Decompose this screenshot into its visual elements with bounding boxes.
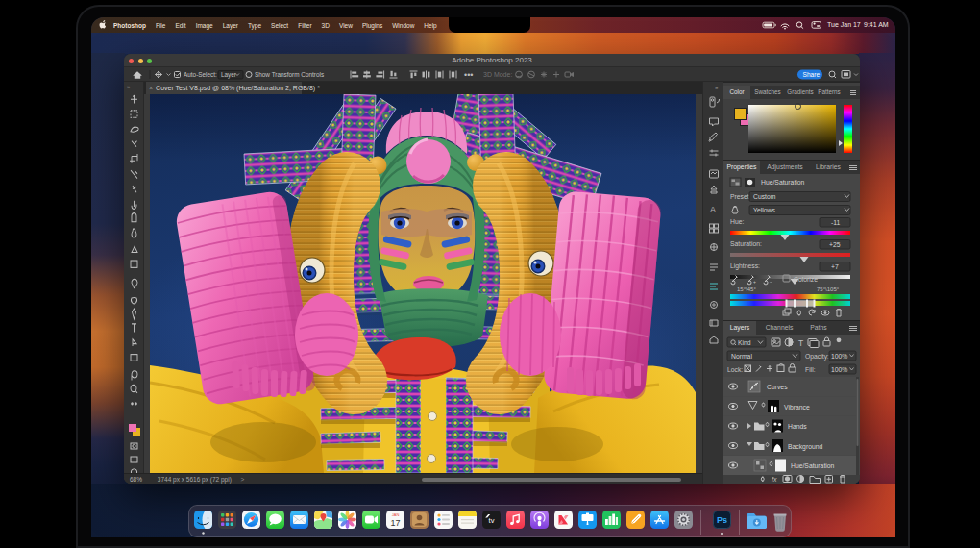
- svg-text:Lightness:: Lightness:: [730, 262, 760, 270]
- svg-text:»: »: [715, 85, 719, 90]
- svg-text:Normal: Normal: [731, 353, 752, 360]
- svg-text:Hue/Saturation: Hue/Saturation: [761, 179, 805, 186]
- svg-text:A: A: [710, 205, 716, 214]
- svg-text:JAN: JAN: [392, 512, 400, 517]
- svg-text:Fill:: Fill:: [805, 366, 816, 373]
- svg-text:15°\45°: 15°\45°: [737, 286, 756, 292]
- svg-text:Preset:: Preset:: [730, 193, 751, 200]
- svg-text:Curves: Curves: [767, 384, 788, 390]
- svg-text:Hands: Hands: [788, 423, 807, 430]
- svg-text:Hue/Saturation: Hue/Saturation: [791, 462, 835, 469]
- svg-text:+: +: [753, 279, 756, 285]
- svg-text:Background: Background: [788, 443, 822, 451]
- svg-text:Custom: Custom: [753, 193, 776, 200]
- svg-text:3D Mode:: 3D Mode:: [483, 71, 512, 78]
- svg-text:Tue Jan 17: Tue Jan 17: [827, 21, 861, 28]
- svg-text:9:41 AM: 9:41 AM: [864, 21, 889, 28]
- svg-text:Layer: Layer: [221, 71, 237, 79]
- svg-text:-11: -11: [831, 219, 841, 226]
- svg-text:−: −: [770, 279, 772, 285]
- svg-text:Share: Share: [803, 71, 821, 78]
- svg-text:Hue:: Hue:: [730, 218, 744, 225]
- svg-text:T: T: [798, 338, 803, 348]
- svg-text:Saturation:: Saturation:: [730, 240, 762, 247]
- svg-text:Colorize: Colorize: [794, 276, 818, 283]
- svg-text:tv: tv: [489, 516, 495, 525]
- svg-text:•••: •••: [464, 70, 473, 80]
- svg-text:Show Transform Controls: Show Transform Controls: [255, 71, 324, 78]
- svg-text:Vibrance: Vibrance: [784, 404, 810, 411]
- svg-text:Lock:: Lock:: [727, 366, 743, 373]
- svg-text:Opacity:: Opacity:: [805, 353, 829, 361]
- svg-text:fx: fx: [772, 476, 777, 483]
- svg-text:Kind: Kind: [738, 339, 751, 346]
- svg-text:+7: +7: [831, 263, 839, 270]
- svg-text:Auto-Select:: Auto-Select:: [184, 71, 217, 78]
- svg-text:Yellows: Yellows: [753, 207, 775, 213]
- svg-text:+25: +25: [829, 241, 841, 248]
- svg-text:»: »: [127, 84, 131, 89]
- svg-text:75°\105°: 75°\105°: [817, 286, 840, 292]
- svg-text:100%: 100%: [831, 353, 847, 360]
- svg-text:100%: 100%: [831, 366, 847, 373]
- svg-text:17: 17: [390, 518, 400, 528]
